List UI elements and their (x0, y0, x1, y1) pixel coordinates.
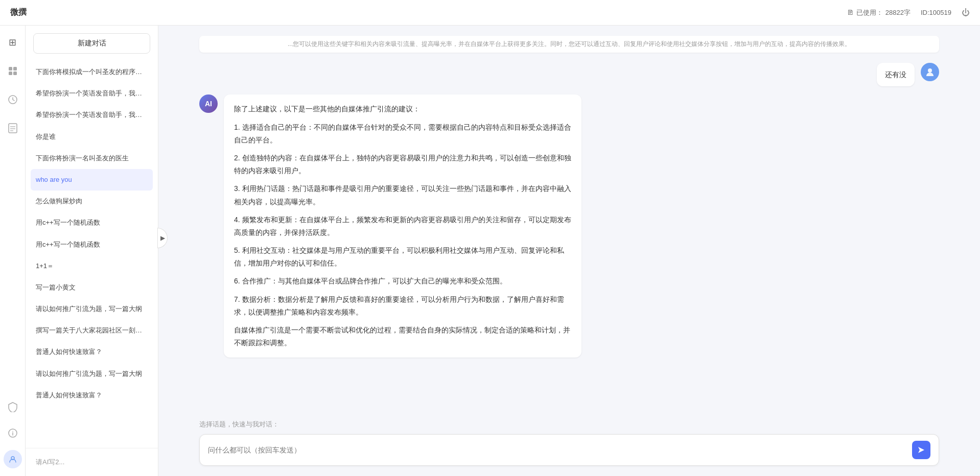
ai-avatar: AI (199, 94, 218, 113)
icon-bar-bottom (4, 398, 22, 468)
chat-area: ...您可以使用这些关键字和相关内容来吸引流量、提高曝光率，并在自媒体平台上获得… (158, 26, 980, 476)
ai-paragraph: 7. 数据分析：数据分析是了解用户反馈和喜好的重要途径，可以分析用户行为和数据，… (234, 293, 571, 319)
clock-icon[interactable] (4, 90, 22, 109)
header: 微撰 🖹 已使用： 28822字 ID:100519 ⏻ (0, 0, 980, 26)
user-message-group: 还有没 (199, 63, 939, 86)
sidebar-item[interactable]: 下面你将模拟成一个叫圣友的程序员，我说... (31, 61, 153, 83)
usage-value: 28822字 (885, 8, 911, 17)
svg-rect-2 (9, 72, 12, 75)
ai-paragraph: 4. 频繁发布和更新：在自媒体平台上，频繁发布和更新的内容更容易吸引用户的关注和… (234, 213, 571, 239)
send-button[interactable] (912, 441, 930, 459)
sidebar-item[interactable]: 普通人如何快速致富？ (31, 385, 153, 406)
info-icon[interactable] (4, 424, 22, 442)
sidebar-item[interactable]: 你是谁 (31, 126, 153, 148)
sidebar-item[interactable]: 用c++写一个随机函数 (31, 234, 153, 255)
ai-paragraph: 2. 创造独特的内容：在自媒体平台上，独特的内容更容易吸引用户的注意力和共鸣，可… (234, 152, 571, 177)
quick-select-label: 选择话题，快速与我对话： (199, 420, 939, 429)
sidebar: 新建对话 下面你将模拟成一个叫圣友的程序员，我说...希望你扮演一个英语发音助手… (26, 26, 158, 476)
usage-info: 🖹 已使用： 28822字 (847, 8, 911, 17)
main-layout: ⊞ (0, 26, 980, 476)
sidebar-item[interactable]: 用c++写一个随机函数 (31, 212, 153, 233)
box-icon[interactable] (4, 62, 22, 80)
sidebar-item[interactable]: 写一篇小黄文 (31, 277, 153, 298)
ai-message-group: AI 除了上述建议，以下是一些其他的自媒体推广引流的建议：1. 选择适合自己的平… (199, 94, 939, 358)
usage-icon: 🖹 (847, 9, 854, 16)
truncated-message: ...您可以使用这些关键字和相关内容来吸引流量、提高曝光率，并在自媒体平台上获得… (199, 36, 939, 53)
doc-icon[interactable] (4, 119, 22, 137)
svg-rect-5 (9, 124, 17, 133)
sidebar-item[interactable]: 希望你扮演一个英语发音助手，我提供给你... (31, 83, 153, 104)
sidebar-item[interactable]: 1+1＝ (31, 255, 153, 277)
sidebar-bottom: 请AI写2... (26, 448, 158, 476)
input-wrapper (199, 434, 939, 466)
chat-messages: ...您可以使用这些关键字和相关内容来吸引流量、提高曝光率，并在自媒体平台上获得… (158, 26, 980, 412)
sidebar-bottom-item[interactable]: 请AI写2... (31, 454, 153, 471)
ai-paragraph: 自媒体推广引流是一个需要不断尝试和优化的过程，需要结合自身的实际情况，制定合适的… (234, 324, 571, 349)
sidebar-item[interactable]: who are you (31, 169, 153, 191)
svg-point-11 (12, 431, 13, 432)
sidebar-item[interactable]: 下面你将扮演一名叫圣友的医生 (31, 148, 153, 169)
svg-point-13 (928, 68, 932, 73)
svg-rect-1 (13, 67, 17, 70)
app-logo: 微撰 (10, 7, 27, 18)
ai-paragraph: 5. 利用社交互动：社交媒体是与用户互动的重要平台，可以积极利用社交媒体与用户互… (234, 244, 571, 270)
ai-paragraph: 1. 选择适合自己的平台：不同的自媒体平台针对的受众不同，需要根据自己的内容特点… (234, 121, 571, 147)
power-button[interactable]: ⏻ (962, 8, 970, 17)
ai-bubble: 除了上述建议，以下是一些其他的自媒体推广引流的建议：1. 选择适合自己的平台：不… (224, 94, 581, 358)
sidebar-item[interactable]: 撰写一篇关于八大家花园社区一刻钟便民生... (31, 320, 153, 341)
svg-rect-0 (9, 67, 12, 70)
sidebar-item[interactable]: 怎么做狗屎炒肉 (31, 191, 153, 212)
ai-paragraph: 6. 合作推广：与其他自媒体平台或品牌合作推广，可以扩大自己的曝光率和受众范围。 (234, 275, 571, 288)
shield-icon[interactable] (4, 398, 22, 416)
sidebar-item[interactable]: 普通人如何快速致富？ (31, 341, 153, 363)
usage-label: 已使用： (856, 8, 883, 17)
conversation-list: 下面你将模拟成一个叫圣友的程序员，我说...希望你扮演一个英语发音助手，我提供给… (26, 61, 158, 448)
svg-rect-3 (13, 72, 17, 75)
sidebar-item[interactable]: 请以如何推广引流为题，写一篇大纲 (31, 363, 153, 385)
user-avatar (921, 63, 939, 81)
sidebar-item[interactable]: 希望你扮演一个英语发音助手，我提供给你... (31, 104, 153, 126)
home-icon[interactable]: ⊞ (4, 33, 22, 52)
user-id: ID:100519 (921, 9, 951, 16)
new-conversation-button[interactable]: 新建对话 (33, 33, 150, 54)
user-avatar-icon[interactable] (4, 450, 22, 468)
user-bubble: 还有没 (877, 63, 915, 86)
icon-bar: ⊞ (0, 26, 26, 476)
ai-paragraph: 3. 利用热门话题：热门话题和事件是吸引用户的重要途径，可以关注一些热门话题和事… (234, 182, 571, 208)
ai-paragraph: 除了上述建议，以下是一些其他的自媒体推广引流的建议： (234, 103, 571, 115)
input-area: 选择话题，快速与我对话： (158, 412, 980, 476)
header-right: 🖹 已使用： 28822字 ID:100519 ⏻ (847, 8, 970, 17)
message-input[interactable] (208, 446, 912, 454)
sidebar-item[interactable]: 请以如何推广引流为题，写一篇大纲 (31, 298, 153, 320)
